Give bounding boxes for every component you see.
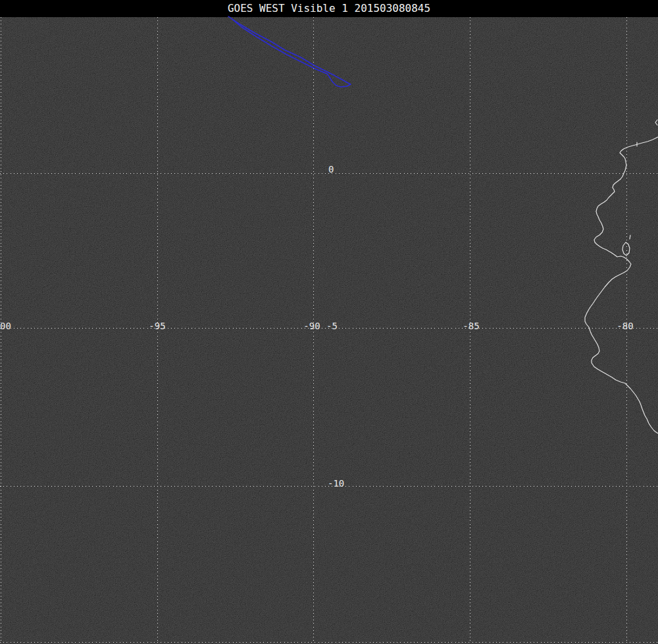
satellite-image-noise (0, 17, 658, 644)
goes-satellite-display: GOES WEST Visible 1 201503080845 (0, 0, 658, 644)
map-overlay-canvas (0, 0, 658, 644)
